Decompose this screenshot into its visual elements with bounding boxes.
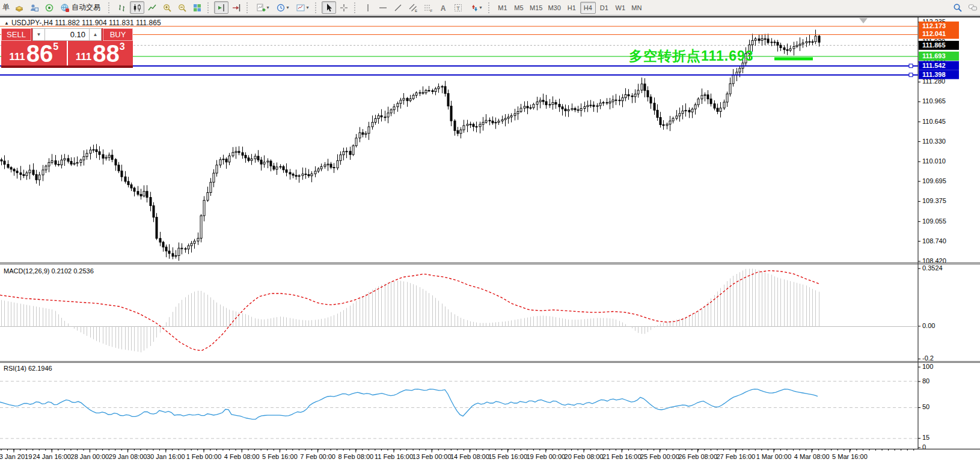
history-book-icon[interactable] [12,1,26,14]
candle-body [210,182,212,192]
autotrading-button[interactable]: 自动交易 [57,1,105,14]
candle-body [457,130,459,133]
indicators-button[interactable]: ▾ [253,1,272,14]
cursor-icon[interactable] [322,1,336,14]
timeframe-h1-button[interactable]: H1 [564,2,580,14]
equidistant-channel-icon[interactable]: E [406,1,420,14]
time-axis-label: 29 Jan 08:00 [109,453,147,460]
buy-button[interactable]: BUY [103,28,133,41]
line-handle[interactable] [909,64,913,68]
candle-body [815,36,816,41]
price-tick-label: 110.330 [922,138,946,145]
sell-price-box[interactable]: 111 86 5 [1,41,68,65]
candle-body [476,127,477,127]
fibonacci-icon[interactable]: F [421,1,435,14]
line-handle[interactable] [909,73,913,77]
candle-body [362,133,364,135]
text-icon[interactable]: A [436,1,450,14]
candle-body [162,242,164,247]
signals-icon[interactable] [42,1,57,14]
templates-button[interactable]: ▾ [293,1,312,14]
timeframe-m5-button[interactable]: M5 [511,2,527,14]
candle-body [365,133,367,135]
candle-body [352,146,354,155]
market-watch-icon[interactable] [27,1,41,14]
periods-button[interactable]: ▾ [273,1,292,14]
timeframe-w1-button[interactable]: W1 [613,2,628,14]
market-watch-icon-glyph [29,3,39,13]
candle-body [124,177,126,181]
vertical-line-icon[interactable] [361,1,375,14]
zoom-in-icon[interactable] [160,1,174,14]
price-badge-label: 112.173 [922,22,946,29]
volume-decrease-button[interactable]: ▼ [32,28,45,41]
auto-scroll-icon[interactable] [229,1,243,14]
macd-tick-label: -0.2 [922,354,934,362]
dropdown-arrow-icon[interactable]: ▾ [266,5,269,10]
text-label-icon[interactable]: T [451,1,465,14]
crosshair-icon[interactable] [337,1,351,14]
timeframe-mn-button[interactable]: MN [629,2,645,14]
candle-body [159,239,161,242]
volume-increase-button[interactable]: ▲ [89,28,102,41]
timeframe-m30-button[interactable]: M30 [545,2,563,14]
rsi-tick-label: 15 [922,434,929,441]
candle-body [228,156,230,162]
candle-body [393,107,395,110]
candlestick-chart-icon[interactable] [130,1,144,14]
chart-canvas[interactable]: 112.235111.920111.600111.280110.965110.6… [0,0,980,462]
chart-shift-icon[interactable] [214,1,228,14]
candle-body [517,112,519,114]
time-axis-label: 8 Feb 08:00 [338,453,373,460]
candle-body [32,170,34,174]
trendline-icon[interactable] [391,1,405,14]
zoom-out-icon[interactable] [175,1,189,14]
candle-body [720,108,721,112]
candle-body [714,104,715,108]
candle-body [200,216,202,238]
zoom-in-icon-glyph [162,3,172,13]
time-axis-label: 1 Mar 00:00 [756,453,792,460]
candle-body [225,159,227,162]
timeframe-m1-button[interactable]: M1 [495,2,510,14]
candle-body [676,116,678,118]
candle-body [111,155,113,159]
bar-chart-icon[interactable] [115,1,129,14]
window-border [0,16,980,17]
dropdown-arrow-icon[interactable]: ▾ [306,5,308,10]
candle-body [796,45,798,46]
tile-windows-icon[interactable] [190,1,204,14]
candle-body [726,94,728,102]
dropdown-arrow-icon[interactable]: ▾ [479,5,482,10]
chat-icon[interactable] [966,1,980,14]
candle-body [153,205,155,217]
horizontal-line-icon[interactable] [376,1,390,14]
timeframe-d1-button[interactable]: D1 [596,2,612,14]
search-icon[interactable] [951,1,965,14]
time-axis-label: 27 Feb 16:00 [716,453,755,460]
dropdown-arrow-icon[interactable]: ▾ [286,5,289,10]
collapse-triangle-icon[interactable]: ▲ [4,20,9,26]
candle-body [38,175,40,180]
timeframe-h4-button[interactable]: H4 [580,2,596,14]
time-axis-label: 24 Jan 16:00 [32,453,71,460]
candle-body [181,248,183,249]
sell-button[interactable]: SELL [1,28,31,41]
candle-body [764,38,766,39]
candle-body [783,47,785,49]
candle-body [732,75,734,84]
arrows-button[interactable]: ▾ [466,1,485,14]
svg-text:F: F [430,9,433,13]
fibonacci-icon-glyph: F [423,3,433,13]
candle-body [524,106,525,108]
buy-price-box[interactable]: 111 88 3 [68,41,133,65]
candle-body [498,121,500,122]
time-axis-label: 30 Jan 16:00 [147,453,185,460]
toolbar-separator [488,2,492,13]
volume-field[interactable]: 0.10 [45,28,89,41]
timeframe-m15-button[interactable]: M15 [527,2,545,14]
line-chart-icon[interactable] [145,1,159,14]
periods-glyph [276,3,286,13]
candle-body [403,99,405,100]
candle-body [337,160,338,168]
